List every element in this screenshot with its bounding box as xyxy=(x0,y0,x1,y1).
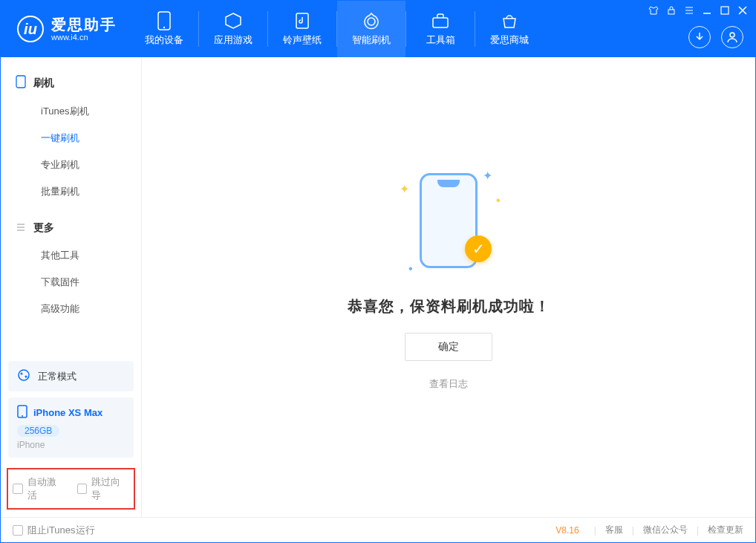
nav-label: 智能刷机 xyxy=(352,33,391,47)
nav-label: 铃声壁纸 xyxy=(283,33,322,47)
footer-link-update[interactable]: 检查更新 xyxy=(708,524,743,536)
toolbox-icon xyxy=(431,11,450,30)
device-name-row: iPhone XS Max xyxy=(17,405,125,420)
menu-icon[interactable] xyxy=(684,5,694,16)
main-content: ✦ ✦ • • ✓ 恭喜您，保资料刷机成功啦！ 确定 查看日志 xyxy=(142,57,755,517)
sidebar-item-itunes-flash[interactable]: iTunes刷机 xyxy=(1,98,141,125)
version-label: V8.16 xyxy=(555,525,579,536)
nav-label: 应用游戏 xyxy=(214,33,252,47)
sparkle-icon: • xyxy=(408,262,414,268)
checkbox-label: 跳过向导 xyxy=(91,475,129,502)
user-button[interactable] xyxy=(721,26,743,48)
mode-card[interactable]: 正常模式 xyxy=(8,361,134,391)
store-icon xyxy=(500,11,519,30)
logo-text: 爱思助手 www.i4.cn xyxy=(51,16,117,42)
sidebar-item-pro-flash[interactable]: 专业刷机 xyxy=(1,152,141,178)
svg-point-9 xyxy=(19,370,29,380)
check-badge-icon: ✓ xyxy=(465,235,492,262)
download-button[interactable] xyxy=(688,26,711,48)
sidebar-group-more: 更多 xyxy=(1,214,141,242)
success-illustration: ✦ ✦ • • ✓ xyxy=(389,161,508,280)
phone-outline-icon xyxy=(16,75,26,91)
app-title: 爱思助手 xyxy=(51,16,117,33)
sidebar: 刷机 iTunes刷机 一键刷机 专业刷机 批量刷机 更多 其他工具 下载固件 … xyxy=(1,57,142,517)
footer-link-wechat[interactable]: 微信公众号 xyxy=(643,524,688,536)
svg-point-13 xyxy=(22,415,23,417)
logo-icon: iu xyxy=(17,16,44,42)
sidebar-item-download-fw[interactable]: 下载固件 xyxy=(1,269,141,296)
sparkle-icon: ✦ xyxy=(400,182,405,188)
app-window: iu 爱思助手 www.i4.cn 我的设备 应用游戏 铃声壁纸 xyxy=(0,0,756,543)
options-highlight-box: 自动激活 跳过向导 xyxy=(7,468,135,510)
nav-store[interactable]: 爱思商城 xyxy=(475,1,544,57)
sidebar-item-other-tools[interactable]: 其他工具 xyxy=(1,242,141,269)
checkbox-auto-activate[interactable]: 自动激活 xyxy=(13,475,65,502)
nav-apps[interactable]: 应用游戏 xyxy=(199,1,267,57)
svg-point-11 xyxy=(25,376,27,378)
apps-icon xyxy=(224,11,243,30)
sidebar-item-advanced[interactable]: 高级功能 xyxy=(1,296,141,322)
logo-area: iu 爱思助手 www.i4.cn xyxy=(1,1,130,57)
svg-point-1 xyxy=(163,27,165,28)
checkbox-skip-guide[interactable]: 跳过向导 xyxy=(77,475,130,502)
success-panel: ✦ ✦ • • ✓ 恭喜您，保资料刷机成功啦！ 确定 查看日志 xyxy=(348,161,550,391)
success-title: 恭喜您，保资料刷机成功啦！ xyxy=(348,296,550,316)
shirt-icon[interactable] xyxy=(648,5,659,16)
mode-label: 正常模式 xyxy=(38,370,76,383)
window-controls xyxy=(648,5,748,16)
nav-toolbox[interactable]: 工具箱 xyxy=(406,1,475,57)
device-card[interactable]: iPhone XS Max 256GB iPhone xyxy=(8,397,134,458)
svg-rect-8 xyxy=(16,76,25,88)
checkbox-label: 阻止iTunes运行 xyxy=(27,524,95,537)
group-label: 刷机 xyxy=(33,77,54,90)
view-log-link[interactable]: 查看日志 xyxy=(429,377,468,391)
ringtone-icon xyxy=(293,11,312,30)
nav-ringtone[interactable]: 铃声壁纸 xyxy=(268,1,336,57)
sparkle-icon: ✦ xyxy=(483,169,489,175)
device-type: iPhone xyxy=(17,440,125,450)
mode-icon xyxy=(17,368,30,384)
lock-icon[interactable] xyxy=(666,5,677,16)
device-icon xyxy=(154,11,174,30)
svg-point-10 xyxy=(21,373,23,375)
checkbox-icon xyxy=(13,484,23,494)
svg-point-3 xyxy=(368,18,375,25)
device-capacity: 256GB xyxy=(17,425,59,437)
header-actions xyxy=(688,26,743,48)
checkbox-block-itunes[interactable]: 阻止iTunes运行 xyxy=(13,524,95,537)
device-phone-icon xyxy=(17,405,27,420)
sidebar-item-oneclick-flash[interactable]: 一键刷机 xyxy=(1,125,141,152)
nav-label: 我的设备 xyxy=(145,33,183,47)
sidebar-group-flash: 刷机 xyxy=(1,68,141,98)
flash-icon xyxy=(362,11,381,30)
nav-flash[interactable]: 智能刷机 xyxy=(337,1,405,57)
header: iu 爱思助手 www.i4.cn 我的设备 应用游戏 铃声壁纸 xyxy=(1,1,755,57)
nav-my-device[interactable]: 我的设备 xyxy=(130,1,198,57)
minimize-icon[interactable] xyxy=(702,5,712,16)
nav-label: 工具箱 xyxy=(426,33,455,47)
sidebar-item-batch-flash[interactable]: 批量刷机 xyxy=(1,178,141,205)
close-icon[interactable] xyxy=(737,5,748,16)
checkbox-icon xyxy=(13,525,23,536)
sparkle-icon: • xyxy=(496,194,502,200)
svg-rect-6 xyxy=(721,7,729,14)
nav-label: 爱思商城 xyxy=(490,33,529,47)
ok-button[interactable]: 确定 xyxy=(405,333,492,361)
body: 刷机 iTunes刷机 一键刷机 专业刷机 批量刷机 更多 其他工具 下载固件 … xyxy=(1,57,755,517)
group-label: 更多 xyxy=(33,221,54,235)
svg-rect-5 xyxy=(668,10,674,14)
top-nav: 我的设备 应用游戏 铃声壁纸 智能刷机 工具箱 xyxy=(130,1,544,57)
app-subtitle: www.i4.cn xyxy=(51,33,117,42)
checkbox-icon xyxy=(77,484,88,494)
svg-rect-4 xyxy=(433,18,448,27)
footer-link-service[interactable]: 客服 xyxy=(605,524,623,536)
device-name: iPhone XS Max xyxy=(33,407,102,418)
list-icon xyxy=(16,222,26,235)
footer: 阻止iTunes运行 V8.16 | 客服 | 微信公众号 | 检查更新 xyxy=(1,517,755,542)
maximize-icon[interactable] xyxy=(720,5,730,16)
svg-point-7 xyxy=(730,33,734,37)
checkbox-label: 自动激活 xyxy=(27,475,65,502)
